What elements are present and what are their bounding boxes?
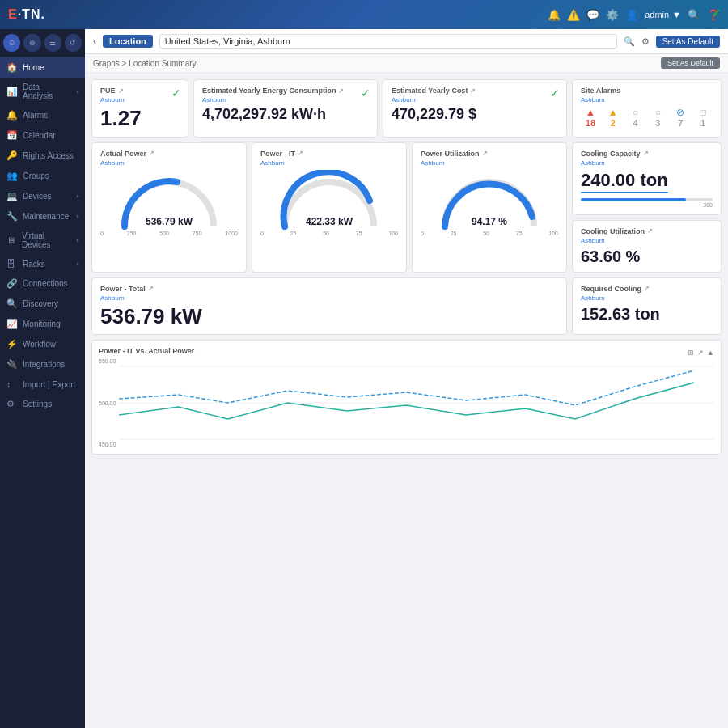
sidebar-label-importexport: Import | Export — [23, 380, 75, 389]
chart-icon-3[interactable]: ▲ — [707, 349, 714, 357]
sidebar-icon-4[interactable]: ↺ — [65, 34, 82, 52]
power-it-subtitle: Ashburn — [260, 159, 398, 167]
chart-title: Power - IT Vs. Actual Power — [99, 347, 194, 355]
messages-icon[interactable]: 💬 — [586, 9, 599, 21]
settings-icon[interactable]: ⚙️ — [606, 9, 619, 21]
sidebar-item-maintenance[interactable]: 🔧 Maintenance › — [0, 206, 85, 226]
pu-label-0: 0 — [421, 231, 424, 236]
site-alarms-card: Site Alarms Ashburn ▲ 18 ▲ 2 ○ — [572, 79, 722, 138]
sidebar-item-integrations[interactable]: 🔌 Integrations — [0, 354, 85, 375]
row-3: Power - Total ↗ Ashburn 536.79 kW ✓ Requ… — [91, 277, 722, 336]
gauge-label-750: 750 — [193, 231, 202, 236]
chart-icon-2[interactable]: ↗ — [697, 349, 704, 357]
workflow-icon: ⚡ — [6, 339, 18, 349]
gauge-label-500: 500 — [159, 231, 169, 236]
row-1: PUE ↗ Ashburn 1.27 ✓ Estimated Yearly En… — [91, 79, 722, 138]
monitoring-icon: 📈 — [6, 319, 18, 329]
main-layout: ⊙ ⊕ ☰ ↺ 🏠 Home 📊 Data Analysis › 🔔 Alarm… — [0, 29, 728, 728]
location-input[interactable] — [159, 34, 617, 49]
sidebar-item-groups[interactable]: 👥 Groups — [0, 166, 85, 186]
power-util-title: Power Utilization ↗ — [421, 150, 558, 158]
set-default-btn[interactable]: Set As Default — [661, 57, 720, 69]
cooling-capacity-card: Cooling Capacity ↗ Ashburn 240.00 ton ✓ … — [572, 142, 722, 215]
chart-controls: ⊞ ↗ ▲ — [688, 349, 714, 357]
racks-icon: 🗄 — [6, 259, 18, 269]
expand-icon-energy[interactable]: ↗ — [338, 87, 344, 95]
user-icon[interactable]: 👤 — [625, 9, 638, 21]
alarm-gray2: ⊘ 7 — [671, 107, 690, 128]
chart-icon-1[interactable]: ⊞ — [688, 349, 694, 357]
sidebar-label-workflow: Workflow — [23, 340, 56, 349]
sidebar-item-racks[interactable]: 🗄 Racks › — [0, 254, 85, 273]
sidebar-item-alarms[interactable]: 🔔 Alarms — [0, 105, 85, 125]
svg-text:422.33 kW: 422.33 kW — [306, 216, 353, 227]
sidebar-label-groups: Groups — [23, 171, 49, 180]
alerts-icon[interactable]: ⚠️ — [567, 9, 580, 21]
sidebar-item-data-analysis[interactable]: 📊 Data Analysis › — [0, 78, 85, 105]
content-area: ‹ Location 🔍 ⚙ Set As Default Graphs > L… — [85, 29, 728, 728]
data-icon: 📊 — [6, 87, 18, 97]
sidebar-label-racks: Racks — [23, 260, 45, 269]
alarm-critical-icon: ▲ — [581, 107, 600, 118]
search-icon[interactable]: 🔍 — [624, 36, 635, 47]
sidebar-item-connections[interactable]: 🔗 Connections — [0, 273, 85, 294]
expand-icon-pue[interactable]: ↗ — [118, 87, 124, 95]
set-default-btn-top[interactable]: Set As Default — [656, 36, 720, 48]
sidebar: ⊙ ⊕ ☰ ↺ 🏠 Home 📊 Data Analysis › 🔔 Alarm… — [0, 29, 85, 728]
virtual-icon: 🖥 — [6, 235, 17, 245]
yearly-cost-card: Estimated Yearly Cost ↗ Ashburn 470,229.… — [383, 79, 567, 138]
gauge-label-0: 0 — [100, 231, 104, 236]
chevron-icon-4: › — [76, 237, 78, 244]
notifications-icon[interactable]: 🔔 — [548, 9, 561, 21]
sidebar-item-workflow[interactable]: ⚡ Workflow — [0, 334, 85, 354]
importexport-icon: ↕ — [6, 379, 18, 389]
y-label-450: 450.00 — [99, 442, 116, 447]
expand-pt[interactable]: ↗ — [148, 285, 154, 292]
alarm-gray3: □ 1 — [693, 107, 713, 128]
expand-cc[interactable]: ↗ — [643, 150, 649, 157]
alarm-info-count: 4 — [626, 118, 645, 128]
search-top-icon[interactable]: 🔍 — [688, 9, 700, 21]
sidebar-item-import-export[interactable]: ↕ Import | Export — [0, 375, 85, 394]
sidebar-icon-3[interactable]: ☰ — [44, 34, 61, 52]
pu-label-100: 100 — [548, 231, 558, 236]
sidebar-item-calendar[interactable]: 📅 Calendar — [0, 125, 85, 146]
required-cooling-title: Required Cooling ↗ — [581, 285, 713, 293]
back-button[interactable]: ‹ — [93, 36, 96, 47]
chevron-icon-5: › — [76, 260, 78, 268]
sidebar-item-discovery[interactable]: 🔍 Discovery — [0, 294, 85, 314]
power-total-card: Power - Total ↗ Ashburn 536.79 kW ✓ — [91, 277, 567, 336]
gauge-label-250: 250 — [127, 231, 137, 236]
alarm-warning-icon: ▲ — [603, 107, 623, 118]
rights-icon: 🔑 — [6, 150, 18, 161]
expand-pit[interactable]: ↗ — [298, 150, 303, 157]
sidebar-icon-2[interactable]: ⊕ — [23, 34, 40, 52]
expand-icon-cost[interactable]: ↗ — [470, 87, 476, 95]
sidebar-item-rights[interactable]: 🔑 Rights Access — [0, 146, 85, 166]
sidebar-item-monitoring[interactable]: 📈 Monitoring — [0, 314, 85, 334]
alarm-critical-count: 18 — [581, 118, 600, 128]
sidebar-label-discovery: Discovery — [23, 299, 58, 308]
settings-side-icon: ⚙ — [6, 399, 18, 409]
expand-ap[interactable]: ↗ — [149, 150, 154, 157]
alarm-gray1: ○ 3 — [649, 107, 668, 128]
sidebar-item-settings[interactable]: ⚙ Settings — [0, 394, 85, 414]
svg-text:536.79 kW: 536.79 kW — [146, 216, 193, 227]
admin-menu[interactable]: admin ▼ — [645, 10, 681, 19]
expand-rc[interactable]: ↗ — [644, 285, 650, 292]
expand-cu[interactable]: ↗ — [647, 227, 653, 235]
sidebar-item-virtual[interactable]: 🖥 Virtual Devices › — [0, 226, 85, 254]
pue-subtitle: Ashburn — [100, 96, 180, 104]
svg-text:94.17 %: 94.17 % — [472, 216, 507, 227]
settings-loc-icon[interactable]: ⚙ — [641, 36, 650, 47]
top-nav-icons: 🔔 ⚠️ 💬 ⚙️ 👤 admin ▼ 🔍 ❓ — [548, 9, 720, 21]
power-utilization-card: Power Utilization ↗ Ashburn 94.17 % 0 25 — [412, 142, 567, 273]
cooling-capacity-value: 240.00 ton — [581, 170, 668, 193]
expand-pu[interactable]: ↗ — [482, 150, 488, 157]
sidebar-item-devices[interactable]: 💻 Devices › — [0, 186, 85, 206]
sidebar-item-home[interactable]: 🏠 Home — [0, 57, 85, 78]
pu-label-25: 25 — [451, 231, 457, 236]
pit-label-25: 25 — [290, 231, 297, 236]
sidebar-icon-1[interactable]: ⊙ — [3, 34, 20, 52]
yearly-energy-title: Estimated Yearly Energy Consumption ↗ — [202, 87, 369, 95]
